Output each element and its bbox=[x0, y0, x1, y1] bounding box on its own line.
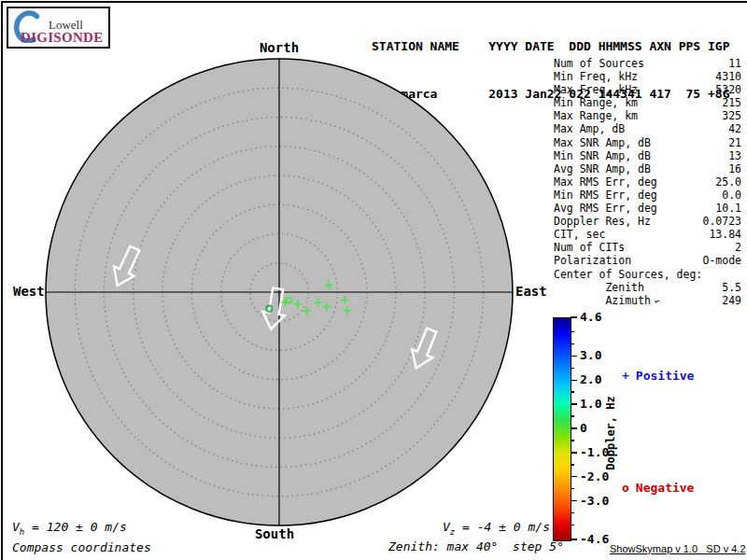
legend-positive: +Positive bbox=[622, 369, 694, 383]
vertical-velocity-readout: Vz = -4 ± 0 m/s bbox=[443, 520, 550, 537]
colorbar-ticks: 4.63.02.01.00-1.0-2.0-3.0-4.6 bbox=[553, 317, 609, 539]
colorbar-minor-tick bbox=[571, 440, 574, 441]
plus-marker-icon: + bbox=[622, 369, 629, 383]
colorbar-major-tick bbox=[571, 500, 577, 502]
coordinates-note: Compass coordinates bbox=[12, 540, 151, 554]
colorbar-minor-tick bbox=[571, 391, 574, 393]
colorbar-major-tick bbox=[571, 539, 577, 540]
colorbar-tick-label: 3.0 bbox=[580, 349, 601, 362]
colorbar-axis-label: Doppler, Hz bbox=[604, 396, 617, 469]
colorbar-tick-label: -2.0 bbox=[580, 470, 609, 483]
colorbar-minor-tick bbox=[571, 415, 574, 417]
horizontal-velocity-readout: Vh = 120 ± 0 m/s bbox=[12, 520, 127, 537]
colorbar-tick-label: -3.0 bbox=[580, 495, 609, 508]
colorbar-major-tick bbox=[571, 452, 577, 454]
legend-positive-label: Positive bbox=[636, 369, 695, 383]
colorbar-tick-label: -4.6 bbox=[580, 533, 609, 546]
colorbar-major-tick bbox=[571, 476, 577, 478]
colorbar-major-tick bbox=[571, 380, 577, 382]
compass-label-west: West bbox=[13, 284, 45, 299]
colorbar-tick-label: 0 bbox=[580, 422, 587, 435]
colorbar-minor-tick bbox=[571, 488, 574, 490]
compass-label-east: East bbox=[515, 284, 547, 299]
version-label: ShowSkymap v 1.0 SD v 4.2 bbox=[610, 543, 746, 554]
colorbar-minor-tick bbox=[571, 512, 574, 514]
colorbar-tick-label: 2.0 bbox=[580, 373, 601, 386]
legend-negative-label: Negative bbox=[636, 481, 695, 495]
colorbar-minor-tick bbox=[571, 331, 574, 333]
legend-negative: oNegative bbox=[622, 481, 694, 495]
colorbar-tick-label: 4.6 bbox=[580, 311, 601, 324]
colorbar-minor-tick bbox=[571, 368, 574, 370]
circle-marker-icon: o bbox=[622, 481, 629, 495]
colorbar-minor-tick bbox=[571, 343, 574, 345]
skymap-plot bbox=[0, 0, 747, 560]
colorbar-major-tick bbox=[571, 356, 577, 357]
zenith-range-note: Zenith: max 40° step 5° bbox=[388, 539, 564, 553]
colorbar-tick-label: 1.0 bbox=[580, 398, 601, 411]
colorbar-major-tick bbox=[571, 403, 577, 405]
colorbar-minor-tick bbox=[571, 464, 574, 466]
compass-label-south: South bbox=[255, 526, 294, 541]
colorbar-minor-tick bbox=[571, 525, 574, 526]
colorbar-major-tick bbox=[571, 316, 577, 318]
compass-label-north: North bbox=[260, 40, 299, 55]
colorbar-major-tick bbox=[571, 427, 577, 429]
